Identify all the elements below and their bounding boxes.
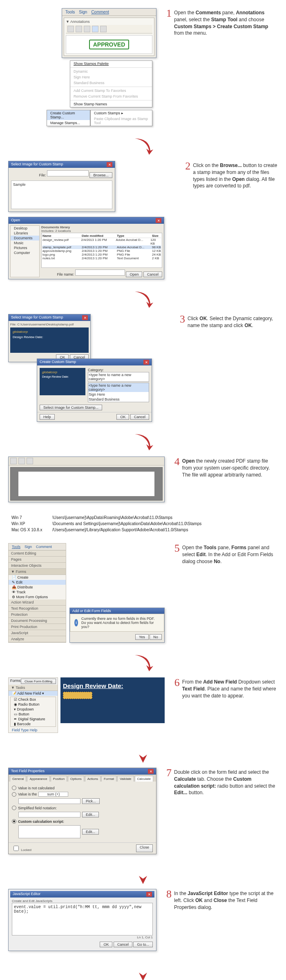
forms-distribute[interactable]: 📤 Distribute	[9, 585, 66, 590]
section-interactive[interactable]: Interactive Objects	[9, 563, 66, 569]
comments-pane: Tools Sign Comment ▼ Annotations APPROVE…	[62, 8, 156, 58]
save-icon[interactable]	[10, 458, 17, 464]
tab-format[interactable]: Format	[101, 776, 116, 782]
tools-pane: ToolsSignComment Content Editing Pages I…	[8, 543, 66, 643]
step-7-text: Double click on the form field and selec…	[174, 769, 278, 796]
category-input[interactable]: <type here to name a new category>	[88, 372, 149, 382]
note-icon[interactable]	[67, 26, 74, 32]
close-icon[interactable]: ✕	[82, 315, 88, 320]
yes-button[interactable]: Yes	[135, 634, 149, 640]
ok-button[interactable]: OK	[100, 942, 112, 947]
section-print-prod[interactable]: Print Production	[9, 624, 66, 630]
radio-value-is[interactable]	[12, 792, 16, 797]
add-new-field[interactable]: 📝 Add New Field ▾	[9, 691, 58, 696]
forms-edit[interactable]: ✎ Edit	[9, 580, 66, 585]
logo-text: globalcorp	[13, 330, 86, 334]
menu-show-names[interactable]: Show Stamp Names	[70, 101, 152, 107]
close-icon[interactable]: ✕	[107, 162, 112, 167]
section-doc-proc[interactable]: Document Processing	[9, 618, 66, 624]
select-image-dialog: Select Image for Custom Stamp✕ File: Bro…	[8, 161, 115, 212]
app-toolbar	[9, 457, 164, 466]
menu-paste-clipboard[interactable]: Paste Clipboard Image as Stamp Tool	[91, 116, 152, 126]
highlight-icon[interactable]	[76, 26, 82, 32]
section-action-wizard[interactable]: Action Wizard	[9, 599, 66, 606]
tab-validate[interactable]: Validate	[117, 776, 134, 782]
cancel-button[interactable]: Cancel	[114, 942, 132, 947]
browse-button[interactable]: Browse...	[89, 172, 112, 178]
edit-button[interactable]: Edit...	[82, 812, 99, 817]
forms-tasks-pane: FormsClose Form Editing ▼ Tasks 📝 Add Ne…	[8, 677, 58, 733]
cancel-button[interactable]: Cancel	[143, 272, 162, 277]
open-sidebar: DesktopLibrariesDocumentsMusicPicturesCo…	[10, 225, 40, 277]
goto-button[interactable]: Go to...	[133, 942, 153, 947]
attach-icon[interactable]	[100, 26, 107, 32]
dd-radio[interactable]: ◉ Radio Button	[11, 702, 56, 707]
radio-not-calc[interactable]	[12, 786, 16, 790]
forms-more[interactable]: ⚙ More Form Options	[9, 595, 66, 599]
close-icon[interactable]: ✕	[146, 892, 152, 897]
custom-stamps-submenu: Create Custom Stamp... Manage Stamps...	[47, 110, 90, 126]
acrobat-window	[8, 457, 165, 502]
locked-checkbox[interactable]	[13, 846, 19, 851]
dd-signature[interactable]: ✒ Digital Signature	[11, 717, 56, 722]
code-textarea[interactable]: event.value = util.printd("h:MM tt, mmm …	[12, 903, 153, 935]
section-analyze[interactable]: Analyze	[9, 636, 66, 642]
menu-manage[interactable]: Manage Stamps...	[47, 120, 90, 126]
close-icon[interactable]: ✕	[148, 769, 154, 774]
section-content-editing[interactable]: Content Editing	[9, 550, 66, 557]
menu-add-fav[interactable]: Add Current Stamp To Favorites	[70, 88, 152, 94]
select-image-button[interactable]: Select Image for Custom Stamp...	[40, 405, 102, 410]
radio-simplified[interactable]	[12, 806, 16, 810]
tab-general[interactable]: General	[10, 776, 26, 782]
info-icon: i	[74, 619, 78, 626]
forms-track[interactable]: 👁 Track	[9, 590, 66, 595]
print-icon[interactable]	[18, 458, 25, 464]
edit-button[interactable]: Edit...	[82, 829, 99, 835]
menu-dynamic[interactable]: Dynamic	[70, 69, 152, 74]
placed-text-field[interactable]	[63, 692, 92, 699]
menu-create-custom[interactable]: Create Custom Stamp...	[47, 110, 90, 120]
menu-show-palette[interactable]: Show Stamps Palette	[70, 61, 152, 67]
tab-options[interactable]: Options	[68, 776, 84, 782]
section-protection[interactable]: Protection	[9, 612, 66, 618]
menu-sign-here[interactable]: Sign Here	[70, 74, 152, 80]
ok-button[interactable]: OK	[116, 414, 129, 420]
text-edit-icon[interactable]	[84, 26, 90, 32]
tab-appearance[interactable]: Appearance	[27, 776, 49, 782]
filename-label: File name:	[57, 272, 74, 276]
dd-dropdown[interactable]: ▾ Dropdown	[11, 707, 56, 712]
javascript-editor-dialog: JavaScript Editor✕ Create and Edit JavaS…	[8, 889, 156, 951]
tab-tools[interactable]: Tools	[65, 10, 75, 14]
field-type-help[interactable]: Field Type Help	[9, 728, 58, 733]
menu-custom-stamps[interactable]: Custom Stamps ▸	[91, 110, 152, 116]
section-javascript[interactable]: JavaScript	[9, 630, 66, 636]
section-pages[interactable]: Pages	[9, 557, 66, 563]
open-button[interactable]: Open	[126, 272, 142, 277]
section-text-rec[interactable]: Text Recognition	[9, 606, 66, 612]
mail-icon[interactable]	[27, 458, 33, 464]
dd-button[interactable]: ▭ Button	[11, 712, 56, 717]
tab-actions[interactable]: Actions	[85, 776, 101, 782]
paths-block-1: Win 7\Users\[username]\AppData\Roaming\A…	[11, 514, 278, 533]
close-icon[interactable]: ✕	[156, 218, 161, 223]
tab-calculate[interactable]: Calculate	[135, 776, 153, 782]
close-button[interactable]: Close	[136, 844, 153, 852]
tab-position[interactable]: Position	[51, 776, 67, 782]
pick-button[interactable]: Pick...	[82, 798, 100, 804]
menu-std-biz[interactable]: Standard Business	[70, 80, 152, 86]
tab-comment[interactable]: Comment	[91, 10, 109, 14]
menu-rem-fav[interactable]: Remove Current Stamp From Favorites	[70, 94, 152, 99]
tab-sign[interactable]: Sign	[79, 10, 87, 14]
stamp-tool-icon[interactable]	[92, 26, 98, 32]
dd-checkbox[interactable]: ☑ Check Box	[11, 697, 56, 702]
close-form-editing-button[interactable]: Close Form Editing	[21, 679, 56, 684]
section-forms[interactable]: ▼ Forms	[9, 569, 66, 575]
cancel-button[interactable]: Cancel	[130, 414, 149, 420]
help-button[interactable]: Help	[40, 414, 55, 420]
close-icon[interactable]: ✕	[143, 360, 149, 365]
radio-custom-calc[interactable]	[12, 819, 16, 824]
dd-barcode[interactable]: ▮ Barcode	[11, 722, 56, 726]
file-list[interactable]: NameDate modifiedTypeSize design_review.…	[41, 233, 162, 268]
no-button[interactable]: No	[150, 634, 162, 640]
forms-create[interactable]: 📄 Create	[9, 575, 66, 580]
